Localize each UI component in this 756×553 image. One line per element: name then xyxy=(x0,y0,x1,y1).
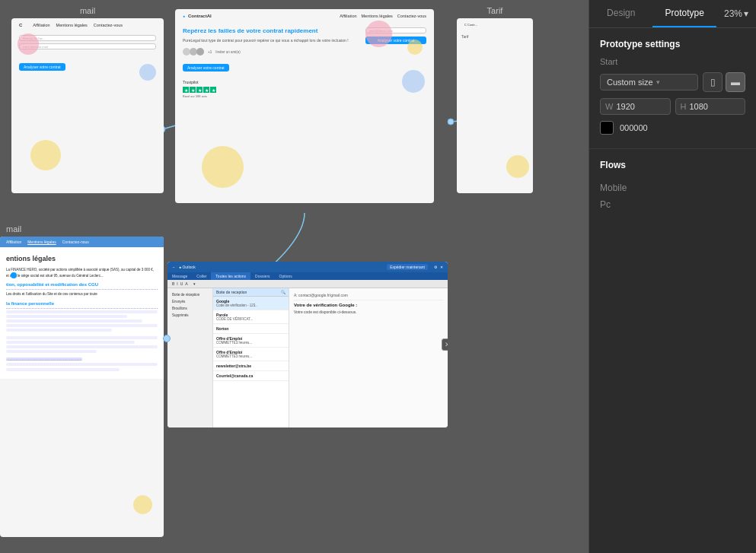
mentions-title: entions légales xyxy=(6,253,158,264)
tab-coller[interactable]: Coller xyxy=(192,272,211,280)
flow-item-pc[interactable]: Pc xyxy=(600,196,745,213)
flows-title: Flows xyxy=(600,160,745,170)
mail-item-6[interactable]: newsletter@xtra.be xyxy=(213,361,289,371)
format-icon-2[interactable]: I xyxy=(177,281,177,286)
mail-toolbar-back[interactable]: ← xyxy=(172,265,176,269)
mail-icon-1[interactable]: ⚙ xyxy=(434,265,437,269)
blob-blue-1 xyxy=(139,64,156,81)
tab-design[interactable]: Design xyxy=(589,0,652,27)
tab-options[interactable]: Options xyxy=(275,272,297,280)
nav-men-main: Mentions légales xyxy=(362,14,393,18)
trustpilot-stars: ★ ★ ★ ★ ★ xyxy=(183,87,359,93)
nav-aff-main: Affiliation xyxy=(340,14,356,18)
width-group[interactable]: W 1920 xyxy=(600,98,671,115)
frame-mentions-content: Affiliation Mentions légales Contactez-n… xyxy=(0,237,164,537)
color-swatch[interactable] xyxy=(600,121,614,135)
nav-affiliation-left: Affiliation xyxy=(33,23,49,27)
canvas-area[interactable]: mail C Affiliation Mentions légales Cont… xyxy=(0,0,589,553)
frame-right[interactable]: C Contr... Tarif xyxy=(457,18,533,193)
star5: ★ xyxy=(210,87,216,93)
frame-main-wrapper: ● ContractAI Affiliation Mentions légale… xyxy=(175,6,434,203)
format-bar: B I U A ▾ xyxy=(167,280,448,288)
format-size[interactable]: ▾ xyxy=(193,281,196,286)
frame-main[interactable]: ● ContractAI Affiliation Mentions légale… xyxy=(175,9,434,203)
tarif-label: Tarif xyxy=(461,34,528,39)
h-label: H xyxy=(681,102,687,111)
mentions-nav: Affiliation Mentions légales Contactez-n… xyxy=(0,237,164,247)
text-line-9 xyxy=(6,350,97,353)
logo-icon-main: ● xyxy=(183,14,185,18)
tab-dossiers[interactable]: Dossiers xyxy=(250,272,274,280)
input-1[interactable]: Nom(s) de l'ac... xyxy=(19,35,156,41)
compose-btn[interactable]: Expédier maintenant xyxy=(387,264,428,270)
text-line-7 xyxy=(6,341,135,344)
zoom-control[interactable]: 23% ▾ xyxy=(716,0,756,27)
text-line-11 xyxy=(6,368,120,371)
mentions-heading1: tion, opposabilité et modification des C… xyxy=(6,281,158,291)
frame-right-nav: C Contr... xyxy=(457,18,533,31)
tab-message[interactable]: Message xyxy=(167,272,192,280)
avatar-count: +1 xyxy=(208,50,212,54)
mail-item-4[interactable]: Offre d'Emploi COMMETTE3 heures... xyxy=(213,334,289,348)
text-line-3 xyxy=(6,319,142,323)
frame-mail-client[interactable]: ← ● Outlook Expédier maintenant ⚙ ✕ Mess… xyxy=(167,262,448,427)
format-icon-1[interactable]: B xyxy=(172,281,174,286)
conn-dot-mail xyxy=(163,335,171,342)
mail-search-icon[interactable]: 🔍 xyxy=(281,290,285,294)
mail-item-5[interactable]: Offre d'Emploi COMMETTE3 heures... xyxy=(213,348,289,361)
folder-drafts[interactable]: Brouillons xyxy=(171,305,209,312)
frame-mentions-wrapper: mail Affiliation Mentions légales Contac… xyxy=(0,224,164,537)
frame-close-button[interactable]: ✕ xyxy=(442,338,448,351)
section-heading-3 xyxy=(6,358,82,361)
mail-item-1[interactable]: Google Code de vérification - 123.. xyxy=(213,297,289,310)
text-line-4 xyxy=(6,324,158,327)
folder-sent[interactable]: Envoyés xyxy=(171,298,209,305)
folder-inbox[interactable]: Boite de réception xyxy=(171,291,209,298)
mentions-para1: La FINANCE HERO, société par actions sim… xyxy=(6,267,158,278)
email-body: Votre code est disponible ci-dessous. xyxy=(294,310,443,314)
hero-text: PureLegal tout type de contrat pour pouv… xyxy=(183,38,359,43)
mentions-text1: Les droits et l'utilisation du Site et d… xyxy=(6,291,158,297)
portrait-btn[interactable]: ▯ xyxy=(703,72,723,92)
flow-item-mobile[interactable]: Mobile xyxy=(600,180,745,196)
mail-item-3[interactable]: Norton xyxy=(213,324,289,334)
device-size-row: Custom size ▾ ▯ ▬ xyxy=(600,72,745,92)
svg-point-3 xyxy=(448,119,454,125)
custom-size-dropdown[interactable]: Custom size ▾ xyxy=(600,74,698,91)
frame-main-content: ● ContractAI Affiliation Mentions légale… xyxy=(175,9,434,203)
hero-title: Repérez les failles de votre contrat rap… xyxy=(183,27,359,35)
frame-left[interactable]: C Affiliation Mentions légales Contactez… xyxy=(11,18,164,193)
text-line-6 xyxy=(6,336,158,339)
cta-btn-left[interactable]: Analyser votre contrat xyxy=(19,63,65,71)
height-group[interactable]: H 1080 xyxy=(675,98,746,115)
sender-6: newsletter@xtra.be xyxy=(216,364,285,368)
frame-right-content: C Contr... Tarif xyxy=(457,18,533,193)
tab-prototype[interactable]: Prototype xyxy=(652,0,716,27)
input-2[interactable]: votre adresse mail xyxy=(19,43,156,49)
folder-trash[interactable]: Supprimés xyxy=(171,312,209,319)
frame-main-nav: ● ContractAI Affiliation Mentions légale… xyxy=(175,9,434,23)
zoom-value: 23% xyxy=(724,8,742,19)
format-icon-3[interactable]: U xyxy=(180,281,183,286)
tab-toutes[interactable]: Toutes les actions xyxy=(211,272,250,280)
dropdown-arrow-icon: ▾ xyxy=(656,78,660,86)
frame-left-nav: C Affiliation Mentions légales Contactez… xyxy=(11,18,164,32)
email-from: A: contact@google.fr/gmail.com xyxy=(294,293,443,300)
nav-mentions-left: Mentions légales xyxy=(56,23,88,27)
mentions-heading2: la finance personnelle xyxy=(6,300,158,310)
format-icon-4[interactable]: A xyxy=(185,281,187,286)
mail-sidebar: Boite de réception Envoyés Brouillons Su… xyxy=(167,288,213,427)
h-value: 1080 xyxy=(689,102,707,111)
subject-1: Code de vérification - 123.. xyxy=(216,304,285,307)
phone-portrait-icon: ▯ xyxy=(710,77,716,87)
nav-partial: C Contr... xyxy=(464,23,477,27)
frame-mentions[interactable]: Affiliation Mentions légales Contactez-n… xyxy=(0,237,164,537)
cta-main[interactable]: Analyser votre contrat xyxy=(183,64,229,72)
mail-item-2[interactable]: Parole CODE DE VÉRIFICAT... xyxy=(213,310,289,324)
wh-row: W 1920 H 1080 xyxy=(600,98,745,115)
flows-section: Flows Mobile Pc xyxy=(589,149,756,221)
mail-item-7[interactable]: Courriel@canada.ca xyxy=(213,371,289,381)
star3: ★ xyxy=(196,87,203,93)
mail-icon-2[interactable]: ✕ xyxy=(440,265,443,269)
landscape-btn[interactable]: ▬ xyxy=(726,72,745,92)
